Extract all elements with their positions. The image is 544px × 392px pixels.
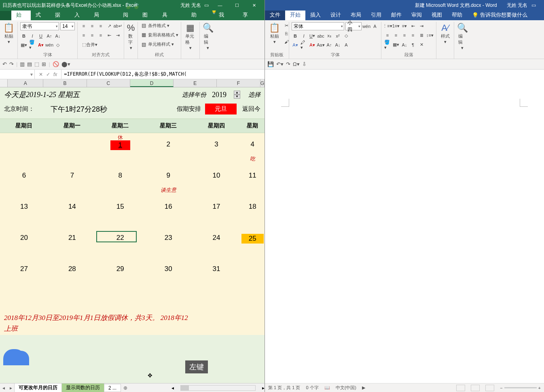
- calendar-cell[interactable]: 15: [96, 195, 144, 227]
- dec-indent[interactable]: ⇤: [409, 22, 417, 30]
- styles-button[interactable]: A⁄样式▾: [439, 22, 451, 45]
- calendar-cell[interactable]: 11: [241, 164, 265, 195]
- paste-button[interactable]: 📋粘贴▾: [267, 22, 282, 45]
- clear-format[interactable]: ◇: [343, 32, 350, 40]
- text-effect[interactable]: A▾: [292, 41, 299, 49]
- word-count[interactable]: 0 个字: [306, 385, 318, 391]
- calendar-cell[interactable]: 7: [48, 164, 96, 195]
- char-border[interactable]: A: [343, 41, 350, 49]
- edit-button[interactable]: 🔍编辑▾: [202, 22, 214, 51]
- paste-button[interactable]: 📋粘贴▾: [2, 22, 15, 45]
- calendar-cell[interactable]: 8: [96, 164, 144, 195]
- calendar-cell[interactable]: 9谈生意: [144, 164, 193, 195]
- formula-input[interactable]: =IFERROR(IF(VLOOKUP(D12,备忘录!$B:$D,MATCH(: [61, 71, 265, 78]
- enter-formula[interactable]: ✓: [46, 72, 50, 77]
- qat-customize[interactable]: ⇩: [302, 61, 307, 67]
- sup-button[interactable]: x²: [334, 32, 341, 40]
- grow-font-button[interactable]: A↑: [46, 32, 53, 40]
- return-label[interactable]: 返回今: [242, 105, 260, 113]
- name-box[interactable]: [0, 70, 35, 79]
- tab-help[interactable]: 帮助: [447, 10, 467, 20]
- table-format-button[interactable]: ▦套用表格格式▾: [140, 32, 178, 38]
- bold-button[interactable]: B: [292, 32, 299, 40]
- sub-button[interactable]: x₂: [326, 32, 333, 40]
- font-color-button[interactable]: A▾: [37, 41, 44, 49]
- view-print[interactable]: [471, 385, 480, 391]
- align-r[interactable]: ≡: [401, 32, 408, 39]
- inc-indent[interactable]: ⇥: [418, 22, 425, 30]
- calendar-cell[interactable]: 24: [193, 227, 241, 258]
- calendar-cell[interactable]: 14: [48, 195, 96, 227]
- calendar-cell[interactable]: 13: [0, 195, 48, 227]
- word-document[interactable]: [265, 70, 544, 383]
- distribute[interactable]: ≣: [418, 32, 425, 39]
- language[interactable]: 中文(中国): [336, 385, 356, 391]
- tab-review[interactable]: 审阅: [406, 10, 427, 20]
- font-color[interactable]: A▾: [309, 41, 316, 49]
- clear-format-button[interactable]: ◇: [54, 41, 61, 49]
- tab-insert[interactable]: 插入: [305, 10, 326, 20]
- tell-me[interactable]: 💡告诉我你想要做什么: [467, 10, 532, 20]
- calendar-cell[interactable]: [241, 258, 265, 289]
- qat-btn-6[interactable]: ⬤▾: [61, 61, 70, 67]
- cells-button[interactable]: ▦单元格▾: [184, 22, 197, 51]
- tab-ref[interactable]: 引用: [366, 10, 386, 20]
- view-web[interactable]: [485, 385, 494, 391]
- calendar-cell[interactable]: 16: [144, 195, 193, 227]
- qat-btn-3[interactable]: ⬚: [34, 61, 39, 67]
- calendar-cell[interactable]: 23: [144, 227, 193, 258]
- calendar-cell[interactable]: 4吃: [241, 133, 265, 164]
- align-bot[interactable]: ≡: [97, 22, 104, 30]
- holiday-value[interactable]: 元旦: [205, 104, 237, 114]
- cancel-formula[interactable]: ✕: [39, 72, 43, 77]
- fill-color-button[interactable]: 🪣▾: [29, 41, 36, 49]
- multilevel[interactable]: ≡▾: [401, 22, 408, 30]
- calendar-cell[interactable]: [0, 133, 48, 164]
- undo-button[interactable]: ↶: [2, 61, 7, 67]
- qat-btn-5[interactable]: 🚫: [53, 61, 59, 67]
- macro-icon[interactable]: ▶: [362, 385, 365, 390]
- indent-dec[interactable]: ⇤: [106, 32, 113, 39]
- tab-view[interactable]: 视图: [427, 10, 447, 20]
- indent-inc[interactable]: ⇥: [114, 32, 121, 39]
- pinyin[interactable]: ✕: [418, 41, 425, 49]
- tab-file[interactable]: [0, 11, 11, 20]
- font-name-combo[interactable]: 隶书: [20, 22, 59, 30]
- highlight[interactable]: 🖍▾: [300, 41, 307, 49]
- shading[interactable]: 🪣▾: [384, 41, 391, 49]
- wrap-text[interactable]: ab↵: [114, 22, 121, 30]
- qat-btn-1[interactable]: ▥: [20, 61, 25, 67]
- calendar-cell[interactable]: 17: [193, 195, 241, 227]
- align-top[interactable]: ≡: [80, 22, 87, 30]
- sheet-tab-2[interactable]: 显示周数的日历: [61, 383, 104, 392]
- tab-layout[interactable]: 布局: [346, 10, 366, 20]
- line-spacing[interactable]: ↕≡▾: [426, 32, 434, 39]
- align-c[interactable]: ≡: [392, 32, 400, 39]
- show-marks[interactable]: ¶: [409, 41, 417, 49]
- orientation[interactable]: ↗: [106, 22, 113, 30]
- calendar-cell[interactable]: 25: [241, 227, 265, 258]
- font-name-combo[interactable]: 宋体: [292, 22, 344, 30]
- sheet-nav-prev[interactable]: ◂: [0, 385, 7, 391]
- view-read[interactable]: [456, 385, 465, 391]
- calendar-cell[interactable]: 29: [96, 258, 144, 289]
- phonetic-button[interactable]: wén: [46, 41, 53, 49]
- underline-button[interactable]: U▾: [309, 32, 316, 40]
- close-button[interactable]: ✕: [246, 0, 262, 10]
- calendar-cell[interactable]: 休1: [96, 133, 144, 164]
- calendar-cell[interactable]: 28: [48, 258, 96, 289]
- year-spinner[interactable]: ▲▼: [234, 91, 240, 99]
- save-button[interactable]: 💾: [267, 61, 274, 67]
- shrink-font[interactable]: A↓: [334, 41, 341, 49]
- number-format-button[interactable]: %数字▾: [127, 22, 135, 51]
- qat-btn-4[interactable]: ⊞: [42, 61, 46, 67]
- tab-file[interactable]: 文件: [265, 10, 285, 20]
- calendar-cell[interactable]: 10: [193, 164, 241, 195]
- account-icon[interactable]: ▭: [204, 2, 209, 8]
- worksheet[interactable]: 今天是2019-1-25 星期五 选择年份 2019 ▲▼ 选择 北京时间： 下…: [0, 87, 265, 383]
- calendar-grid[interactable]: 休1234吃6789谈生意101113141516171820212223242…: [0, 133, 265, 289]
- tab-design[interactable]: 设计: [326, 10, 346, 20]
- bullets[interactable]: ⋮≡▾: [384, 22, 391, 30]
- calendar-cell[interactable]: 2: [144, 133, 193, 164]
- cond-format-button[interactable]: ▤条件格式▾: [140, 22, 178, 29]
